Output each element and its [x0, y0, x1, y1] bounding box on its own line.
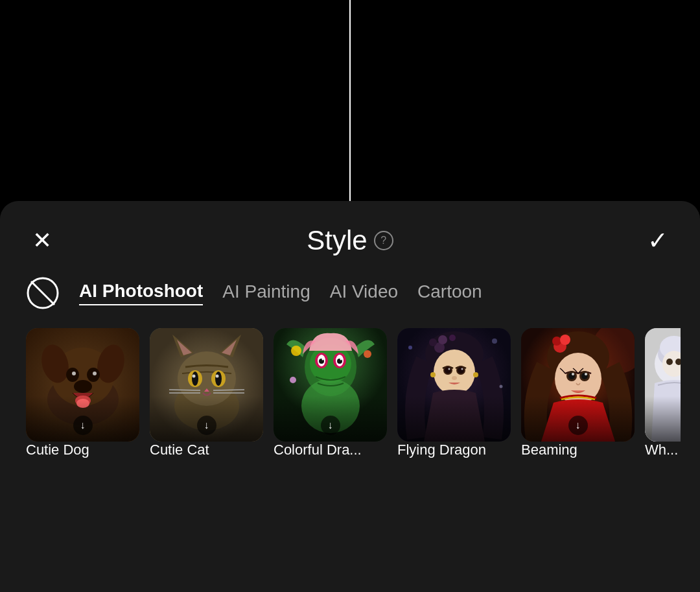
center-line	[349, 0, 351, 201]
svg-point-84	[666, 359, 673, 365]
download-badge: ↓	[321, 416, 340, 435]
svg-line-1	[31, 281, 54, 305]
svg-point-42	[340, 359, 342, 361]
style-item-white[interactable]: Wh...	[645, 328, 681, 458]
svg-point-57	[458, 367, 464, 373]
svg-point-49	[434, 349, 475, 395]
svg-line-30	[213, 390, 244, 390]
style-items-list: ↓ Cutie Dog	[19, 328, 681, 458]
style-item-cutie-dog[interactable]: ↓ Cutie Dog	[26, 328, 139, 458]
tab-ai-photoshoot[interactable]: AI Photoshoot	[79, 281, 203, 305]
svg-point-46	[290, 377, 296, 383]
svg-point-61	[430, 372, 436, 377]
svg-point-77	[572, 373, 574, 375]
tab-cartoon[interactable]: Cartoon	[417, 281, 482, 305]
style-item-colorful-dragon[interactable]: ↓ Colorful Dra...	[274, 328, 387, 458]
svg-point-64	[492, 338, 497, 344]
style-item-image: ↓	[150, 328, 263, 442]
top-preview-area	[0, 0, 700, 201]
svg-point-78	[585, 373, 587, 375]
no-style-tab[interactable]	[26, 276, 60, 310]
style-item-label: Cutie Dog	[26, 442, 89, 458]
style-item-label: Beaming	[521, 442, 578, 458]
svg-point-26	[216, 375, 219, 378]
style-item-image: ↓	[274, 328, 387, 442]
close-icon: ✕	[32, 229, 52, 252]
tab-ai-video[interactable]: AI Video	[330, 281, 398, 305]
svg-point-60	[452, 376, 457, 380]
style-item-image	[645, 328, 681, 442]
svg-line-28	[169, 390, 200, 390]
svg-point-58	[449, 368, 450, 370]
style-item-label: Flying Dragon	[397, 442, 486, 458]
style-item-label: Colorful Dra...	[274, 442, 362, 458]
help-button[interactable]: ?	[374, 231, 393, 250]
style-item-image: ↓	[26, 328, 139, 442]
svg-point-25	[192, 375, 196, 378]
download-badge: ↓	[197, 416, 216, 435]
image-overlay	[645, 396, 681, 442]
svg-point-71	[552, 337, 561, 346]
svg-point-41	[322, 359, 324, 361]
close-button[interactable]: ✕	[26, 224, 58, 257]
svg-point-56	[445, 367, 451, 373]
panel-header: ✕ Style ? ✓	[19, 201, 681, 276]
style-panel: ✕ Style ? ✓ AI Photoshoot AI Painting AI…	[0, 201, 700, 592]
svg-point-23	[192, 372, 198, 386]
download-badge: ↓	[568, 416, 588, 435]
download-badge: ↓	[73, 416, 93, 435]
title-area: Style ?	[307, 225, 393, 256]
category-tabs: AI Photoshoot AI Painting AI Video Carto…	[19, 276, 681, 310]
svg-point-65	[500, 385, 503, 388]
style-item-cutie-cat[interactable]: ↓ Cutie Cat	[150, 328, 263, 458]
help-icon: ?	[380, 235, 386, 246]
image-overlay	[397, 396, 511, 442]
svg-point-9	[72, 372, 76, 375]
svg-point-59	[461, 368, 463, 370]
svg-point-51	[429, 338, 437, 346]
svg-point-63	[408, 346, 412, 349]
svg-point-62	[473, 372, 478, 377]
svg-point-53	[449, 335, 456, 341]
style-item-label: Cutie Cat	[150, 442, 209, 458]
confirm-button[interactable]: ✓	[642, 224, 674, 257]
checkmark-icon: ✓	[648, 226, 668, 255]
svg-point-44	[291, 346, 301, 356]
style-item-label: Wh...	[645, 442, 678, 458]
panel-title: Style	[307, 225, 367, 256]
svg-point-45	[364, 350, 371, 358]
style-item-flying-dragon[interactable]: Flying Dragon	[397, 328, 511, 458]
svg-point-11	[74, 380, 92, 393]
svg-point-10	[93, 372, 97, 375]
svg-point-52	[438, 335, 447, 344]
svg-point-72	[560, 335, 570, 345]
style-item-beaming[interactable]: ↓ Beaming	[521, 328, 635, 458]
tab-ai-painting[interactable]: AI Painting	[222, 281, 310, 305]
style-item-image: ↓	[521, 328, 635, 442]
style-item-image	[397, 328, 511, 442]
svg-point-24	[215, 372, 222, 386]
